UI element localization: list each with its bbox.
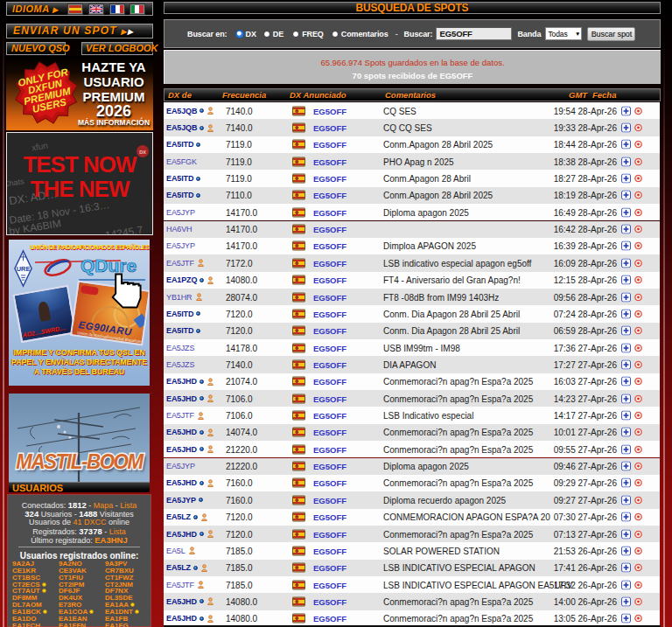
- svg-text:URE: URE: [17, 265, 31, 273]
